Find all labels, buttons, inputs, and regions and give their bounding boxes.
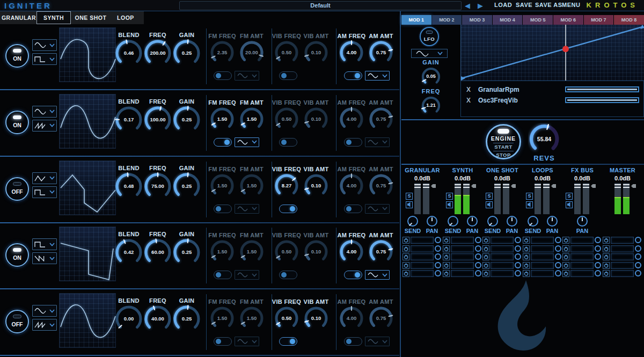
- vib-enable-toggle[interactable]: [279, 337, 297, 346]
- matrix-slider-track[interactable]: [491, 245, 514, 252]
- matrix-power-button[interactable]: [562, 245, 569, 252]
- knob-am-amt[interactable]: AM AMT0.75: [365, 232, 397, 264]
- mute-speaker-button[interactable]: [406, 201, 413, 208]
- matrix-slider-track[interactable]: [570, 262, 594, 269]
- matrix-knob[interactable]: [595, 253, 601, 260]
- pan-knob[interactable]: [547, 216, 558, 227]
- matrix-power-button[interactable]: [523, 270, 530, 277]
- matrix-slider-track[interactable]: [411, 253, 434, 260]
- knob-gain[interactable]: GAIN0.25: [170, 98, 204, 134]
- matrix-knob[interactable]: [475, 262, 481, 268]
- matrix-slider-track[interactable]: [491, 262, 514, 269]
- knob-fm-freq[interactable]: FM FREQ1.50: [207, 232, 238, 264]
- fader-handle-icon[interactable]: [431, 184, 436, 188]
- preset-prev-icon[interactable]: ◀: [465, 1, 470, 10]
- save-button[interactable]: SAVE: [516, 2, 532, 8]
- matrix-knob[interactable]: [635, 237, 641, 243]
- fm-wave-dropdown[interactable]: [235, 71, 259, 81]
- matrix-knob[interactable]: [435, 270, 441, 276]
- matrix-slider-track[interactable]: [531, 262, 554, 269]
- fader-cap[interactable]: [494, 184, 501, 185]
- waveform-select-1[interactable]: [32, 106, 57, 118]
- matrix-slider-track[interactable]: [570, 245, 594, 252]
- fm-enable-toggle[interactable]: [214, 138, 232, 147]
- fader-cap[interactable]: [543, 184, 550, 185]
- am-enable-toggle[interactable]: [344, 138, 362, 147]
- fader-cap[interactable]: [414, 184, 421, 185]
- fader-handle-icon[interactable]: [631, 184, 636, 188]
- assignment-amount-slider[interactable]: [565, 97, 639, 103]
- lfo-button[interactable]: LFO: [420, 27, 439, 46]
- matrix-knob[interactable]: [475, 245, 481, 252]
- pan-knob[interactable]: [467, 216, 478, 227]
- matrix-knob[interactable]: [515, 237, 521, 243]
- matrix-knob[interactable]: [635, 245, 641, 252]
- matrix-power-button[interactable]: [402, 262, 409, 269]
- matrix-slider-track[interactable]: [491, 237, 514, 244]
- waveform-select-2[interactable]: [32, 186, 57, 198]
- matrix-knob[interactable]: [515, 245, 521, 252]
- solo-button[interactable]: S: [526, 193, 533, 200]
- matrix-slider-track[interactable]: [411, 270, 434, 277]
- matrix-power-button[interactable]: [482, 253, 489, 260]
- matrix-slider-track[interactable]: [570, 270, 594, 277]
- knob-vib-freq[interactable]: VIB FREQ0.50: [271, 99, 302, 132]
- matrix-power-button[interactable]: [482, 270, 489, 277]
- tab-one-shot[interactable]: ONE SHOT: [72, 11, 109, 24]
- preset-next-icon[interactable]: ▶: [478, 1, 483, 10]
- fader-cap[interactable]: [535, 184, 541, 185]
- knob-gain[interactable]: GAIN0.25: [170, 231, 204, 266]
- matrix-knob[interactable]: [515, 253, 521, 260]
- matrix-slider-track[interactable]: [451, 237, 474, 244]
- matrix-knob[interactable]: [435, 253, 441, 260]
- tab-granular[interactable]: GRANULAR: [1, 11, 36, 24]
- knob-am-freq[interactable]: AM FREQ4.00: [336, 33, 367, 65]
- fader-cap[interactable]: [623, 184, 630, 185]
- matrix-power-button[interactable]: [603, 245, 610, 252]
- matrix-knob[interactable]: [595, 237, 601, 243]
- fm-wave-dropdown[interactable]: [235, 337, 259, 346]
- matrix-slider-track[interactable]: [531, 245, 554, 252]
- solo-button[interactable]: S: [446, 193, 453, 200]
- send-knob[interactable]: [407, 216, 418, 227]
- matrix-power-button[interactable]: [603, 270, 610, 277]
- mod-tab-3[interactable]: MOD 3: [462, 15, 492, 25]
- matrix-power-button[interactable]: [562, 262, 569, 269]
- mute-speaker-button[interactable]: [526, 201, 533, 208]
- revs-knob[interactable]: 55.84: [528, 123, 560, 155]
- osc-power-button[interactable]: OFF: [5, 310, 29, 333]
- matrix-power-button[interactable]: [443, 270, 450, 277]
- matrix-knob[interactable]: [635, 270, 641, 276]
- am-wave-dropdown[interactable]: [365, 204, 390, 214]
- knob-vib-freq[interactable]: VIB FREQ0.50: [271, 33, 302, 65]
- fm-wave-dropdown[interactable]: [235, 204, 259, 214]
- am-enable-toggle[interactable]: [344, 271, 362, 279]
- vib-enable-toggle[interactable]: [279, 271, 297, 279]
- fader-handle-icon[interactable]: [551, 184, 556, 188]
- am-wave-dropdown[interactable]: [365, 71, 390, 81]
- knob-fm-freq[interactable]: FM FREQ2.35: [207, 33, 238, 65]
- fm-wave-dropdown[interactable]: [235, 270, 259, 280]
- fader-cap[interactable]: [574, 184, 581, 185]
- engine-start-stop-button[interactable]: ENGINESTARTSTOP: [486, 124, 521, 159]
- save-as-button[interactable]: SAVE AS: [535, 2, 562, 8]
- am-wave-dropdown[interactable]: [365, 137, 390, 147]
- load-button[interactable]: LOAD: [494, 2, 512, 8]
- matrix-slider-track[interactable]: [451, 262, 474, 269]
- mod-tab-6[interactable]: MOD 6: [553, 15, 583, 25]
- matrix-knob[interactable]: [515, 270, 521, 276]
- fader-cap[interactable]: [614, 184, 621, 185]
- matrix-power-button[interactable]: [603, 262, 610, 269]
- mod-tab-1[interactable]: MOD 1: [401, 15, 431, 25]
- mod-tab-2[interactable]: MOD 2: [432, 15, 462, 25]
- matrix-knob[interactable]: [635, 253, 641, 260]
- matrix-knob[interactable]: [435, 245, 441, 252]
- waveform-select-2[interactable]: [32, 53, 57, 65]
- matrix-power-button[interactable]: [482, 245, 489, 252]
- knob-fm-amt[interactable]: FM AMT1.50: [236, 99, 267, 132]
- matrix-knob[interactable]: [635, 262, 641, 268]
- waveform-select-1[interactable]: [32, 39, 57, 51]
- matrix-slider-track[interactable]: [570, 237, 594, 244]
- matrix-slider-track[interactable]: [451, 245, 474, 252]
- matrix-knob[interactable]: [515, 262, 521, 268]
